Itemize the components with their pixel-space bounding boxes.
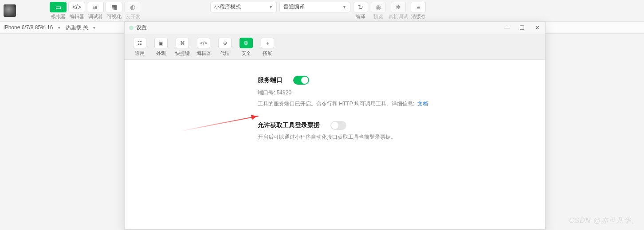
sliders-icon: ≋: [93, 4, 98, 11]
tab-extension[interactable]: ＋ 拓展: [258, 38, 277, 59]
tab-general[interactable]: ☷ 通用: [130, 38, 149, 59]
editor-toggle[interactable]: </> 编辑器: [68, 2, 85, 20]
login-ticket-toggle[interactable]: [330, 121, 346, 130]
tab-proxy[interactable]: ⊕ 代理: [215, 38, 235, 59]
device-select[interactable]: iPhone 6/7/8 85% 16 ▾: [4, 24, 60, 31]
tab-shortcut[interactable]: ⌘ 快捷键: [173, 38, 192, 59]
port-label: 端口号:: [258, 90, 275, 96]
hotreload-select[interactable]: 热重载 关 ▾: [66, 24, 96, 31]
debugger-toggle[interactable]: ≋ 调试器: [87, 2, 104, 20]
service-port-toggle[interactable]: [293, 76, 309, 85]
visualize-toggle[interactable]: ▦ 可视化: [106, 2, 122, 20]
modal-body: 服务端口 端口号: 54920 工具的服务端口已开启。命令行和 HTTP 均可调…: [125, 60, 545, 229]
plus-icon: ＋: [265, 40, 270, 47]
login-ticket-section: 允许获取工具登录票据 开启后可以通过小程序自动化接口获取工具当前登录票据。: [258, 121, 545, 141]
sliders-icon: ☷: [137, 40, 142, 46]
service-port-hint: 工具的服务端口已开启。命令行和 HTTP 均可调用工具。详细信息:: [258, 101, 414, 107]
watermark: CSDN @亦世凡华、: [569, 216, 639, 226]
login-ticket-title: 允许获取工具登录票据: [258, 121, 320, 129]
chevron-down-icon: ▾: [93, 26, 95, 30]
avatar[interactable]: [4, 4, 16, 17]
doc-link[interactable]: 文档: [417, 101, 428, 107]
settings-modal: 设置 ― ☐ ✕ ☷ 通用 ▣ 外观 ⌘ 快捷键 </> 编辑器 ⊕ 代理 ⛨: [124, 21, 546, 230]
close-button[interactable]: ✕: [534, 24, 541, 31]
refresh-icon: ↻: [358, 4, 363, 11]
compile-button[interactable]: ↻ 编译: [353, 2, 368, 20]
maximize-button[interactable]: ☐: [518, 24, 526, 31]
annotation-arrow: [180, 116, 259, 132]
compile-select[interactable]: 普通编译▼: [279, 2, 350, 12]
port-value: 54920: [277, 90, 291, 96]
layers-icon: ≡: [416, 4, 420, 11]
code-icon: </>: [72, 4, 81, 11]
app-icon: [129, 26, 134, 30]
cloud-icon: ◐: [130, 4, 135, 11]
chevron-down-icon: ▼: [269, 5, 273, 9]
settings-tabs: ☷ 通用 ▣ 外观 ⌘ 快捷键 </> 编辑器 ⊕ 代理 ⛨ 安全 ＋ 拓展: [125, 34, 545, 60]
layout-icon: ▦: [111, 4, 117, 11]
tab-appearance[interactable]: ▣ 外观: [151, 38, 171, 59]
shield-icon: ⛨: [244, 40, 249, 46]
bug-icon: ✱: [396, 4, 401, 11]
cloud-toggle[interactable]: ◐ 云开发: [124, 2, 141, 20]
chevron-down-icon: ▾: [58, 26, 60, 30]
modal-title: 设置: [136, 24, 147, 31]
eye-icon: ◉: [376, 4, 381, 11]
tab-editor[interactable]: </> 编辑器: [194, 38, 213, 59]
code-icon: </>: [200, 40, 207, 46]
mode-select[interactable]: 小程序模式▼: [210, 2, 277, 12]
phone-icon: ▭: [55, 4, 61, 11]
window-icon: ▣: [159, 40, 163, 46]
preview-button[interactable]: ◉ 预览: [371, 2, 386, 20]
clearcache-button[interactable]: ≡ 清缓存: [411, 2, 426, 20]
tab-security[interactable]: ⛨ 安全: [236, 38, 256, 59]
minimize-button[interactable]: ―: [503, 24, 510, 31]
service-port-title: 服务端口: [258, 76, 283, 84]
simulator-toggle[interactable]: ▭ 模拟器: [50, 2, 67, 20]
globe-icon: ⊕: [223, 40, 227, 46]
keyboard-icon: ⌘: [180, 40, 185, 46]
ide-toolbar: ▭ 模拟器 </> 编辑器 ≋ 调试器 ▦ 可视化 ◐ 云开发 小程序模式▼ 普…: [0, 0, 644, 21]
realdebug-button[interactable]: ✱ 真机调试: [389, 2, 408, 20]
service-port-section: 服务端口 端口号: 54920 工具的服务端口已开启。命令行和 HTTP 均可调…: [258, 76, 545, 108]
modal-titlebar: 设置 ― ☐ ✕: [125, 22, 545, 34]
chevron-down-icon: ▼: [342, 5, 346, 9]
login-ticket-hint: 开启后可以通过小程序自动化接口获取工具当前登录票据。: [258, 134, 396, 140]
